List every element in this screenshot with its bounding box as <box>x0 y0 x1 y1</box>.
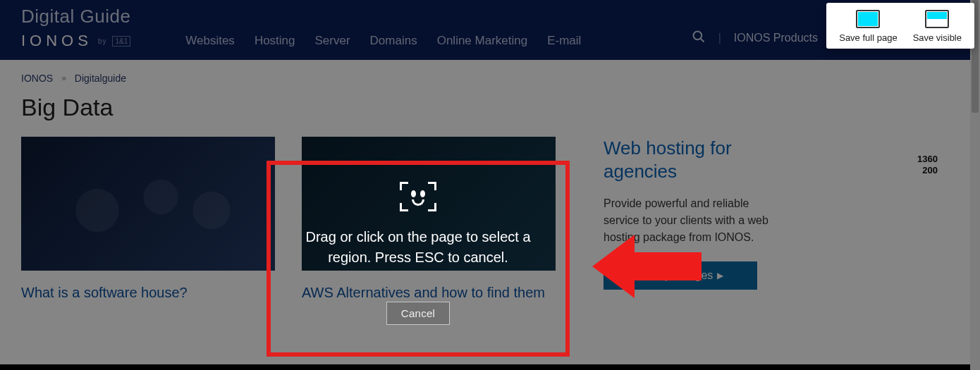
sidebar-heading: Web hosting for agencies <box>604 137 783 183</box>
search-icon[interactable] <box>692 30 706 47</box>
capture-instruction-text: Drag or click on the page to select a re… <box>271 227 565 268</box>
cancel-button[interactable]: Cancel <box>386 302 451 325</box>
svg-point-0 <box>693 32 702 40</box>
nav-server[interactable]: Server <box>315 34 350 48</box>
guide-title: Digital Guide <box>21 6 959 27</box>
nav-domains[interactable]: Domains <box>370 34 417 48</box>
nav-hosting[interactable]: Hosting <box>255 34 295 48</box>
save-visible-icon <box>925 10 949 28</box>
breadcrumb: IONOS » Digitalguide <box>21 73 959 84</box>
card-title: What is a software house? <box>21 285 275 301</box>
screenshot-extension-popup: Save full page Save visible <box>826 3 974 49</box>
main-nav: Websites Hosting Server Domains Online M… <box>185 34 581 48</box>
breadcrumb-sep: » <box>61 73 66 83</box>
annotation-arrow-icon <box>592 231 705 304</box>
svg-marker-2 <box>592 235 702 298</box>
save-full-page-icon <box>856 10 880 28</box>
svg-line-1 <box>701 39 704 42</box>
breadcrumb-current[interactable]: Digitalguide <box>75 73 126 84</box>
nav-websites[interactable]: Websites <box>185 34 235 48</box>
readout-width: 1360 <box>917 154 938 165</box>
breadcrumb-root[interactable]: IONOS <box>21 73 53 84</box>
chevron-right-icon: ▶ <box>717 271 723 280</box>
vertical-scrollbar[interactable] <box>970 0 980 370</box>
save-full-page-button[interactable]: Save full page <box>839 10 897 43</box>
nav-online-marketing[interactable]: Online Marketing <box>437 34 528 48</box>
nav-email[interactable]: E-mail <box>547 34 581 48</box>
readout-height: 200 <box>917 165 938 176</box>
capture-face-icon <box>400 182 436 211</box>
products-link[interactable]: IONOS Products <box>734 32 818 44</box>
page-title: Big Data <box>21 94 959 121</box>
dimension-readout: 1360 200 <box>917 154 938 175</box>
logo[interactable]: IONOS by 1&1 <box>21 32 130 50</box>
header-divider: | <box>718 32 721 44</box>
save-visible-label: Save visible <box>913 32 962 43</box>
card-image <box>21 137 275 271</box>
logo-sub: by <box>98 37 107 45</box>
save-full-page-label: Save full page <box>839 32 897 43</box>
save-visible-button[interactable]: Save visible <box>913 10 962 43</box>
logo-text: IONOS <box>21 32 92 50</box>
capture-instruction-box: Drag or click on the page to select a re… <box>267 161 570 357</box>
bottom-bar <box>0 364 970 370</box>
article-card[interactable]: What is a software house? <box>21 137 275 301</box>
logo-badge: 1&1 <box>112 36 130 47</box>
